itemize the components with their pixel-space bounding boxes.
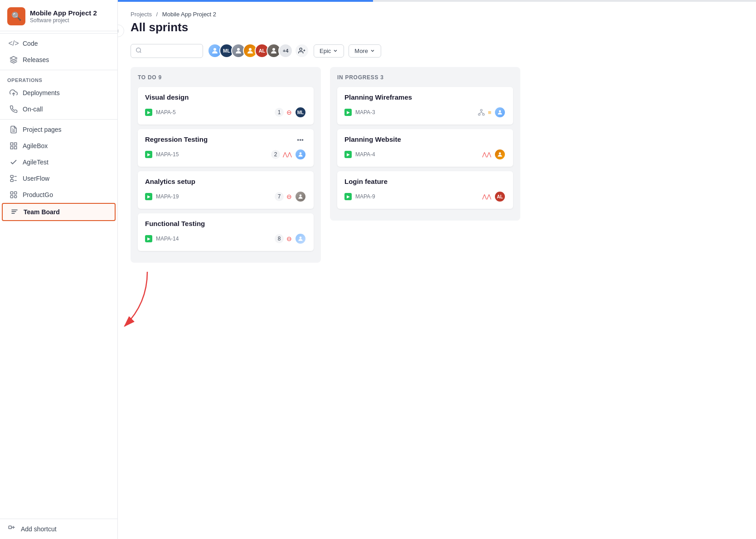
add-shortcut-icon — [7, 525, 16, 534]
svg-point-25 — [237, 48, 240, 51]
svg-point-24 — [213, 48, 216, 51]
project-type: Software project — [30, 17, 97, 24]
card-visual-design: Visual design ▶ MAPA-5 1 ⊖ ML — [138, 87, 314, 125]
releases-icon — [9, 55, 18, 64]
svg-rect-8 — [10, 179, 13, 182]
code-icon: </> — [9, 39, 18, 48]
assignee-avatar — [295, 149, 306, 160]
sidebar-item-label: ProductGo — [23, 191, 53, 198]
agiletest-icon — [9, 158, 18, 167]
oncall-icon — [9, 105, 18, 114]
child-count: 1 — [275, 108, 284, 117]
card-footer: ▶ MAPA-4 ⋀⋀ — [344, 149, 506, 160]
svg-rect-13 — [15, 192, 17, 194]
card-meta: ▶ MAPA-3 — [344, 109, 375, 116]
sidebar-item-label: Team Board — [24, 208, 60, 216]
sidebar-item-releases[interactable]: Releases — [2, 52, 116, 68]
child-count: 8 — [275, 234, 284, 243]
story-icon: ▶ — [145, 151, 152, 158]
svg-point-22 — [136, 48, 141, 52]
card-id: MAPA-14 — [156, 236, 179, 242]
sidebar-item-agiletest[interactable]: AgileTest — [2, 154, 116, 170]
card-footer: ▶ MAPA-9 ⋀⋀ AL — [344, 191, 506, 202]
sidebar-item-code[interactable]: </> Code — [2, 35, 116, 52]
sidebar-item-project-pages[interactable]: Project pages — [2, 121, 116, 138]
sidebar-item-oncall[interactable]: On-call — [2, 101, 116, 117]
story-icon: ▶ — [145, 235, 152, 242]
column-todo-title: TO DO — [138, 74, 156, 81]
column-in-progress: IN PROGRESS 3 Planning Wireframes ▶ MAPA… — [330, 67, 520, 221]
sidebar-item-userflow[interactable]: UserFlow — [2, 170, 116, 187]
svg-point-31 — [300, 152, 302, 154]
card-meta: ▶ MAPA-14 — [145, 235, 179, 242]
column-inprogress-title: IN PROGRESS — [337, 74, 378, 81]
team-board-icon — [10, 207, 19, 217]
sidebar-item-productgo[interactable]: ProductGo — [2, 187, 116, 203]
card-title: Planning Website — [344, 135, 506, 143]
card-id: MAPA-3 — [355, 109, 375, 116]
card-footer: ▶ MAPA-19 7 ⊖ — [145, 191, 306, 202]
sidebar-item-label: Deployments — [23, 89, 60, 96]
sidebar-item-team-board[interactable]: Team Board — [2, 203, 116, 221]
sidebar-item-label: On-call — [23, 106, 43, 113]
card-regression-testing: Regression Testing ••• ▶ MAPA-15 2 ⋀⋀ — [138, 129, 314, 167]
sidebar-item-label: Code — [23, 40, 38, 47]
column-todo-count: 9 — [158, 74, 161, 81]
project-name: Mobile App Project 2 — [30, 9, 97, 17]
card-right: 2 ⋀⋀ — [271, 149, 306, 160]
svg-point-28 — [300, 48, 302, 50]
child-count: 2 — [271, 150, 280, 159]
svg-point-41 — [499, 152, 501, 154]
svg-rect-7 — [10, 175, 13, 178]
more-label: More — [354, 48, 368, 54]
card-right: 8 ⊖ — [275, 233, 306, 245]
more-button[interactable]: More — [349, 44, 381, 58]
svg-rect-5 — [15, 147, 17, 149]
breadcrumb-project[interactable]: Mobile App Project 2 — [162, 11, 216, 18]
svg-point-32 — [300, 194, 302, 197]
content-area: Projects / Mobile App Project 2 All spri… — [118, 2, 756, 539]
add-user-button[interactable] — [295, 43, 309, 58]
sidebar-item-deployments[interactable]: Deployments — [2, 85, 116, 101]
svg-line-23 — [140, 51, 141, 53]
card-meta: ▶ MAPA-19 — [145, 193, 179, 200]
search-box[interactable] — [131, 44, 203, 58]
assignee-avatar: AL — [494, 191, 506, 202]
card-id: MAPA-5 — [156, 109, 176, 116]
svg-rect-18 — [11, 213, 15, 214]
card-meta: ▶ MAPA-15 — [145, 151, 179, 158]
svg-line-39 — [481, 112, 484, 114]
card-right: ≡ — [478, 106, 506, 118]
assignee-avatar — [494, 149, 506, 160]
svg-point-40 — [499, 110, 501, 112]
add-shortcut-label: Add shortcut — [21, 525, 57, 533]
column-todo: TO DO 9 Visual design ▶ MAPA-5 1 ⊖ — [131, 67, 321, 263]
card-analytics-setup: Analytics setup ▶ MAPA-19 7 ⊖ — [138, 171, 314, 209]
card-menu-button[interactable]: ••• — [294, 135, 306, 144]
breadcrumb-root[interactable]: Projects — [131, 11, 152, 18]
svg-rect-6 — [10, 147, 13, 149]
epic-button[interactable]: Epic — [314, 44, 344, 58]
svg-point-35 — [479, 114, 480, 116]
add-shortcut-button[interactable]: Add shortcut — [0, 519, 117, 539]
card-right: ⋀⋀ AL — [482, 191, 506, 202]
priority-icon: ⊖ — [286, 109, 292, 116]
card-footer: ▶ MAPA-5 1 ⊖ ML — [145, 106, 306, 118]
svg-rect-12 — [10, 192, 13, 194]
sidebar-header: 🔍 Mobile App Project 2 Software project — [0, 0, 117, 31]
search-input[interactable] — [145, 48, 198, 54]
card-right: ⋀⋀ — [482, 149, 506, 160]
toolbar: ML AL +4 — [131, 43, 743, 58]
priority-icon: ⋀⋀ — [482, 193, 491, 200]
search-icon — [136, 47, 142, 55]
sidebar-item-agilebox[interactable]: AgileBox — [2, 138, 116, 154]
sidebar: 🔍 Mobile App Project 2 Software project … — [0, 0, 118, 539]
breadcrumb-separator: / — [156, 11, 158, 18]
child-count: 7 — [275, 192, 284, 201]
project-pages-icon — [9, 125, 18, 134]
assignee-avatar — [295, 191, 306, 202]
card-footer: ▶ MAPA-14 8 ⊖ — [145, 233, 306, 245]
column-todo-header: TO DO 9 — [138, 74, 314, 81]
card-title: Regression Testing — [145, 135, 208, 143]
deployments-icon — [9, 88, 18, 97]
